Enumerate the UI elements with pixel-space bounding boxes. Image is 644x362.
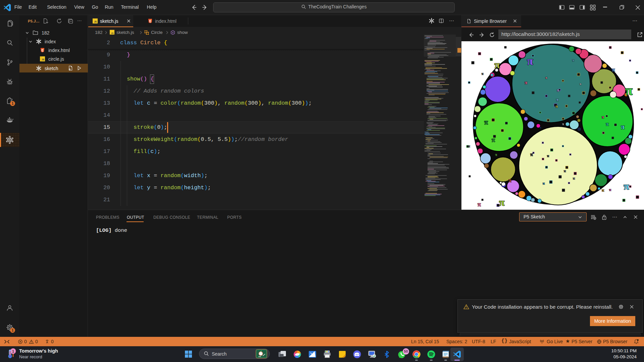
svg-text:π: π [564, 169, 566, 173]
svg-text:π: π [580, 82, 581, 86]
svg-text:π: π [499, 197, 505, 208]
svg-text:π: π [609, 188, 611, 192]
svg-text:π: π [540, 126, 541, 129]
svg-text:π: π [525, 80, 528, 85]
svg-text:π: π [547, 154, 549, 158]
svg-text:π: π [468, 144, 470, 148]
svg-text:π: π [545, 76, 547, 80]
svg-text:π: π [478, 201, 481, 208]
svg-text:π: π [606, 121, 609, 127]
svg-text:π: π [495, 152, 497, 157]
svg-text:π: π [556, 97, 558, 102]
svg-text:JS: JS [111, 32, 113, 34]
svg-text:π: π [562, 122, 564, 126]
svg-text:π: π [572, 58, 574, 62]
svg-text:π: π [482, 72, 484, 75]
svg-text:π: π [484, 118, 488, 126]
svg-text:π: π [624, 180, 629, 192]
svg-text:π: π [494, 59, 500, 70]
svg-text:JS: JS [42, 58, 45, 61]
svg-text:π: π [530, 152, 533, 157]
svg-text:π: π [555, 104, 558, 109]
svg-text:π: π [612, 66, 615, 73]
svg-text:1: 1 [12, 349, 14, 353]
svg-text:π: π [602, 188, 604, 193]
svg-text:π: π [621, 123, 625, 131]
svg-text:π: π [573, 176, 575, 180]
svg-text:π: π [557, 88, 559, 93]
svg-text:π: π [602, 115, 604, 119]
svg-text:π: π [625, 83, 633, 98]
svg-text:JS: JS [94, 20, 97, 23]
svg-text:π: π [492, 137, 495, 143]
svg-text:π: π [543, 181, 545, 185]
svg-text:π: π [508, 177, 511, 183]
svg-text:π: π [527, 55, 533, 67]
